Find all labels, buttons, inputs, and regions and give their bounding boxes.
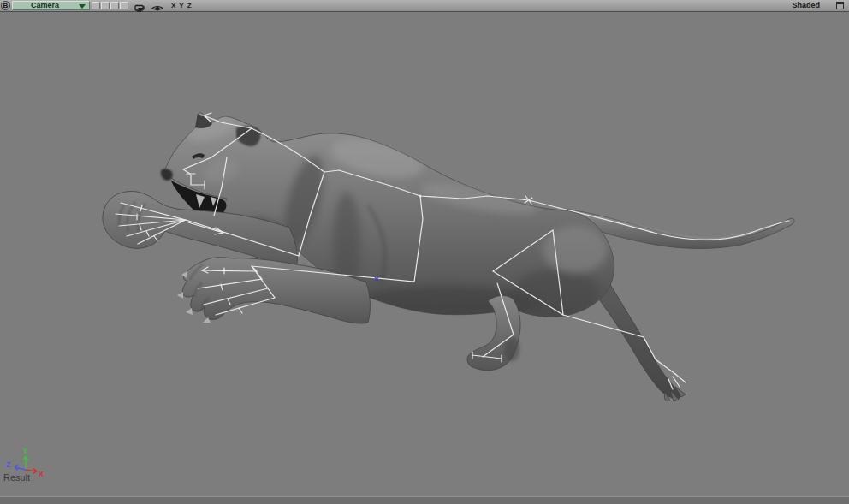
- display-caret-icon: [138, 8, 143, 11]
- toolbar-tab-1[interactable]: [92, 2, 100, 9]
- axis-z-arrow: [15, 465, 26, 471]
- viewport-canvas[interactable]: Y X Z: [0, 12, 849, 504]
- toolbar-tab-3[interactable]: [110, 2, 119, 9]
- highlight: [543, 226, 608, 274]
- dropdown-arrow-icon: [79, 4, 86, 9]
- viewport-toolbar: B Camera X Y: [0, 0, 849, 12]
- app-window: B Camera X Y: [0, 0, 849, 504]
- shading-mode-button[interactable]: Shaded: [792, 2, 820, 9]
- axis-toggle-x[interactable]: X: [171, 2, 175, 9]
- joint-node[interactable]: [419, 195, 422, 198]
- camera-view-selector[interactable]: Camera: [12, 1, 90, 10]
- axis-toggle-y[interactable]: Y: [179, 2, 183, 9]
- toolbar-tabs: [92, 2, 128, 9]
- visibility-caret-icon: [155, 8, 160, 11]
- camera-selector-label: Camera: [13, 2, 77, 9]
- axis-toggle-z[interactable]: Z: [187, 2, 192, 9]
- axis-label-y: Y: [23, 447, 28, 455]
- b-menu-button[interactable]: B: [1, 1, 10, 10]
- visibility-options-button[interactable]: [151, 0, 163, 11]
- window-resize-button[interactable]: [836, 2, 844, 9]
- axis-label-z: Z: [6, 460, 11, 469]
- axis-toggle-group: X Y Z: [171, 2, 192, 9]
- shade: [514, 269, 599, 317]
- result-status-label: Result: [3, 472, 30, 483]
- axis-y-arrow: [23, 456, 28, 470]
- restore-window-icon: [837, 3, 843, 4]
- shade: [504, 337, 519, 361]
- display-options-button[interactable]: [134, 0, 146, 11]
- toolbar-tab-2[interactable]: [101, 2, 110, 9]
- cat-model[interactable]: [103, 113, 794, 401]
- toolbar-tab-4[interactable]: [120, 2, 128, 9]
- statusbar-strip: [0, 496, 849, 504]
- axis-label-x: X: [39, 470, 44, 478]
